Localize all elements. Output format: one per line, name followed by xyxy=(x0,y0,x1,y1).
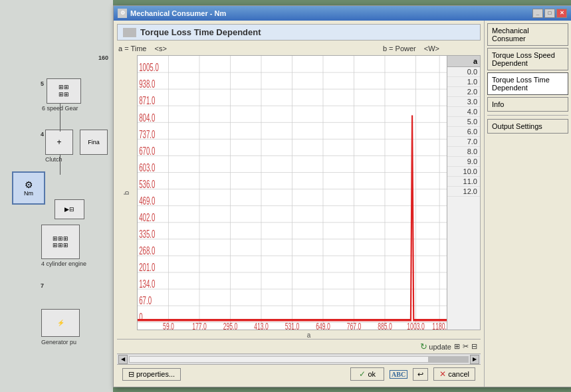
axis-a-label: a = Time xyxy=(118,45,147,52)
svg-text:413.0: 413.0 xyxy=(254,321,269,330)
data-cell-12: 12.0 xyxy=(447,187,480,197)
svg-text:871.0: 871.0 xyxy=(139,95,155,107)
data-cell-1: 1.0 xyxy=(447,77,480,87)
close-button[interactable]: ✕ xyxy=(556,9,567,18)
svg-text:295.0: 295.0 xyxy=(223,321,238,330)
undo-button[interactable]: ↩ xyxy=(413,368,428,381)
svg-text:804.0: 804.0 xyxy=(139,112,155,124)
copy-icon: ⊞ xyxy=(454,342,460,351)
torque-loss-time-button[interactable]: Torque Loss Time Dependent xyxy=(487,72,568,95)
svg-text:469.0: 469.0 xyxy=(139,195,155,207)
output-settings-button[interactable]: Output Settings xyxy=(487,119,568,134)
x-axis-label: a xyxy=(137,332,481,339)
scrollbar[interactable]: ◀ ▶ xyxy=(117,353,481,364)
y-axis-label: b xyxy=(124,191,131,195)
update-button[interactable]: ↻ update xyxy=(420,342,451,351)
svg-text:59.0: 59.0 xyxy=(163,321,174,330)
torque-loss-speed-button[interactable]: Torque Loss Speed Dependent xyxy=(487,48,568,70)
ok-label: ok xyxy=(368,370,376,378)
svg-text:603.0: 603.0 xyxy=(139,161,155,173)
gen-label: Generator pu xyxy=(41,339,76,345)
cancel-button[interactable]: ✕ cancel xyxy=(433,367,475,381)
svg-text:536.0: 536.0 xyxy=(139,178,155,190)
dialog-window: ⚙ Mechanical Consumer - Nm _ □ ✕ Torque … xyxy=(113,5,571,387)
block-num-7: 7 xyxy=(41,282,44,289)
svg-text:1003.0: 1003.0 xyxy=(407,321,425,330)
copy-button[interactable]: ⊞ xyxy=(454,342,460,351)
chart-area: 1005.0 938.0 871.0 804.0 737.0 670.0 603… xyxy=(137,55,447,330)
panel-title: Torque Loss Time Dependent xyxy=(140,27,261,37)
scroll-right-button[interactable]: ▶ xyxy=(470,355,479,364)
svg-text:0: 0 xyxy=(139,312,142,324)
table-icon xyxy=(123,28,136,37)
window-controls[interactable]: _ □ ✕ xyxy=(532,9,567,18)
check-icon: ✓ xyxy=(359,369,366,379)
svg-text:201.0: 201.0 xyxy=(139,262,155,274)
data-cell-10: 10.0 xyxy=(447,167,480,177)
data-column-header: a xyxy=(447,56,480,67)
data-column: a 0.0 1.0 2.0 3.0 4.0 5.0 6.0 7.0 8.0 9.… xyxy=(447,55,481,330)
svg-text:134.0: 134.0 xyxy=(139,278,155,290)
num-160: 160 xyxy=(98,54,108,61)
svg-text:767.0: 767.0 xyxy=(347,321,362,330)
axis-a-unit: <s> xyxy=(155,45,167,52)
svg-text:402.0: 402.0 xyxy=(139,211,155,223)
right-sidebar: Mechanical Consumer Torque Loss Speed De… xyxy=(485,21,571,387)
svg-text:885.0: 885.0 xyxy=(378,321,392,330)
properties-button[interactable]: ⊟ properties... xyxy=(122,368,181,381)
svg-text:531.0: 531.0 xyxy=(285,321,300,330)
block-num-4: 4 xyxy=(41,131,44,138)
svg-text:649.0: 649.0 xyxy=(316,321,330,330)
block-num-5: 5 xyxy=(41,80,44,87)
scroll-thumb[interactable] xyxy=(428,357,468,362)
data-cell-2: 2.0 xyxy=(447,87,480,97)
x-icon: ✕ xyxy=(439,369,446,379)
minimize-button[interactable]: _ xyxy=(532,9,543,18)
data-cell-4: 4.0 xyxy=(447,107,480,117)
chart-toolbar: ↻ update ⊞ ✂ ⊟ xyxy=(117,339,481,353)
axis-b-unit: <W> xyxy=(424,45,439,52)
data-cell-7: 7.0 xyxy=(447,137,480,147)
abc-icon: ABC xyxy=(390,370,407,379)
update-icon: ↻ xyxy=(420,342,427,351)
svg-text:67.0: 67.0 xyxy=(139,295,152,307)
svg-text:737.0: 737.0 xyxy=(139,128,155,140)
svg-text:177.0: 177.0 xyxy=(192,321,207,330)
svg-text:268.0: 268.0 xyxy=(139,245,155,257)
info-button[interactable]: Info xyxy=(487,97,568,112)
axis-b-label: b = Power xyxy=(383,45,416,52)
properties-icon: ⊟ xyxy=(128,370,134,379)
settings-icon: ⊟ xyxy=(471,342,477,351)
data-cell-3: 3.0 xyxy=(447,97,480,107)
svg-text:938.0: 938.0 xyxy=(139,78,155,90)
properties-label: properties... xyxy=(136,370,175,378)
data-cell-5: 5.0 xyxy=(447,117,480,127)
cut-button[interactable]: ✂ xyxy=(463,342,469,351)
window-title: Mechanical Consumer - Nm xyxy=(130,9,226,17)
sidebar-divider xyxy=(487,115,568,116)
maximize-button[interactable]: □ xyxy=(544,9,555,18)
scroll-track[interactable] xyxy=(129,356,469,363)
cancel-label: cancel xyxy=(448,370,469,378)
title-bar: ⚙ Mechanical Consumer - Nm _ □ ✕ xyxy=(114,6,571,21)
data-cell-11: 11.0 xyxy=(447,177,480,187)
scroll-left-button[interactable]: ◀ xyxy=(118,355,128,364)
ok-button[interactable]: ✓ ok xyxy=(350,367,384,381)
bottom-buttons: ⊟ properties... ✓ ok ABC ↩ ✕ cancel xyxy=(117,364,481,383)
data-cell-0: 0.0 xyxy=(447,67,480,77)
main-panel: Torque Loss Time Dependent a = Time <s> … xyxy=(114,21,485,387)
panel-header: Torque Loss Time Dependent xyxy=(117,24,481,41)
svg-text:670.0: 670.0 xyxy=(139,145,155,157)
data-cell-6: 6.0 xyxy=(447,127,480,137)
mechanical-consumer-button[interactable]: Mechanical Consumer xyxy=(487,23,568,46)
axis-labels-row: a = Time <s> b = Power <W> xyxy=(117,45,481,52)
cut-icon: ✂ xyxy=(463,342,469,351)
data-cell-9: 9.0 xyxy=(447,157,480,167)
svg-text:1180.: 1180. xyxy=(432,321,447,330)
update-label: update xyxy=(429,343,451,351)
svg-text:335.0: 335.0 xyxy=(139,229,155,241)
data-cell-8: 8.0 xyxy=(447,147,480,157)
engine-label: 4 cylinder engine xyxy=(41,260,86,267)
svg-text:1005.0: 1005.0 xyxy=(139,62,159,74)
settings-button[interactable]: ⊟ xyxy=(471,342,477,351)
